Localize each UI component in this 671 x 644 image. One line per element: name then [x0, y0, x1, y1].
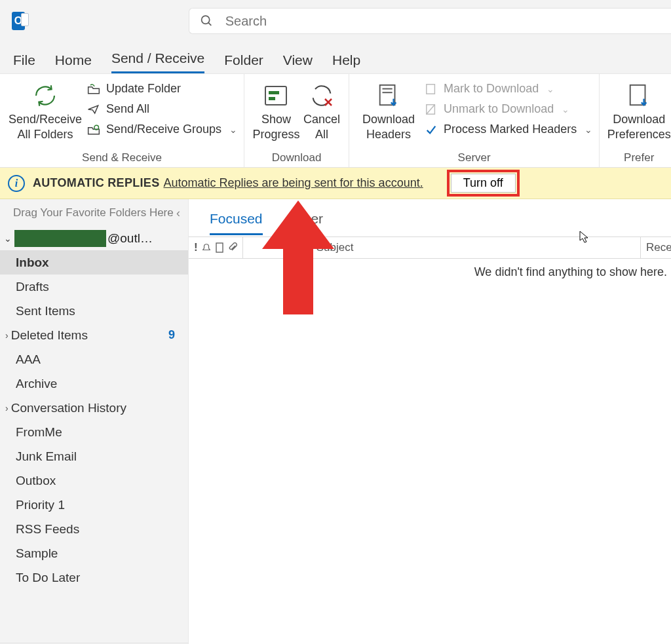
- info-icon: i: [8, 175, 25, 192]
- group-label-download: Download: [251, 150, 342, 164]
- list-tab-focused[interactable]: Focused: [210, 211, 263, 235]
- tab-folder[interactable]: Folder: [224, 52, 263, 73]
- folder-label: Drafts: [16, 280, 49, 294]
- group-label-send-receive: Send & Receive: [7, 150, 237, 164]
- group-label-preferences: Prefer: [606, 150, 671, 164]
- folder-priority-1[interactable]: Priority 1: [0, 493, 188, 517]
- cancel-sync-icon: [309, 83, 335, 109]
- folder-junk-email[interactable]: Junk Email: [0, 444, 188, 468]
- chevron-right-icon: ›: [5, 330, 9, 341]
- progress-icon: [263, 84, 289, 107]
- refresh-folder-icon: [87, 83, 100, 95]
- tab-file[interactable]: File: [13, 52, 35, 73]
- list-tab-other[interactable]: Other: [289, 211, 324, 235]
- folder-fromme[interactable]: FromMe: [0, 420, 188, 444]
- svg-point-0: [202, 16, 210, 24]
- download-headers-button[interactable]: Download Headers: [356, 78, 421, 142]
- folder-label: Archive: [16, 377, 57, 391]
- group-label-server: Server: [356, 150, 592, 164]
- mark-to-download-button: Mark to Download⌄: [424, 82, 592, 96]
- folder-rss-feeds[interactable]: RSS Feeds: [0, 517, 188, 541]
- received-column-header[interactable]: Receiv: [641, 237, 671, 258]
- tab-send-receive[interactable]: Send / Receive: [111, 50, 204, 73]
- unmark-icon: [425, 104, 437, 115]
- importance-column-icon[interactable]: !: [194, 241, 198, 254]
- search-box[interactable]: [189, 8, 671, 34]
- chevron-right-icon: ›: [5, 403, 9, 413]
- subject-column-header[interactable]: Subject: [309, 237, 641, 258]
- svg-line-13: [427, 104, 435, 113]
- folder-sample[interactable]: Sample: [0, 541, 188, 565]
- download-preferences-button[interactable]: Download Preferences: [606, 78, 671, 142]
- folder-count: 9: [168, 328, 175, 342]
- send-all-button[interactable]: Send All: [86, 102, 237, 116]
- search-icon: [200, 14, 214, 28]
- send-receive-all-button[interactable]: Send/Receive All Folders: [7, 78, 84, 142]
- checkmark-icon: [425, 124, 437, 136]
- download-pref-icon: [626, 83, 651, 109]
- svg-rect-8: [380, 85, 395, 105]
- send-receive-groups-button[interactable]: Send/Receive Groups⌄: [86, 123, 237, 136]
- folder-label: RSS Feeds: [16, 522, 79, 537]
- folder-label: Junk Email: [16, 449, 77, 464]
- folder-label: FromMe: [16, 425, 62, 440]
- svg-rect-3: [265, 86, 286, 105]
- folder-archive[interactable]: Archive: [0, 371, 188, 396]
- folder-drafts[interactable]: Drafts: [0, 275, 188, 299]
- tab-view[interactable]: View: [283, 52, 313, 73]
- show-progress-button[interactable]: Show Progress: [251, 78, 301, 142]
- mark-icon: [425, 83, 437, 95]
- collapse-pane-icon[interactable]: ‹: [176, 206, 180, 220]
- cancel-all-button[interactable]: Cancel All: [301, 78, 342, 142]
- folder-label: AAA: [16, 352, 41, 367]
- svg-rect-4: [269, 91, 279, 94]
- empty-list-message: We didn't find anything to show here.: [189, 259, 671, 279]
- tab-home[interactable]: Home: [55, 52, 92, 73]
- outlook-app-icon: O: [12, 12, 25, 30]
- info-message-link[interactable]: Automatic Replies are being sent for thi…: [163, 176, 423, 190]
- folder-to-do-later[interactable]: To Do Later: [0, 565, 188, 590]
- reminder-column-icon[interactable]: [202, 243, 211, 252]
- folder-label: Priority 1: [16, 498, 65, 512]
- account-header[interactable]: ⌄ @outl…: [0, 227, 188, 250]
- svg-line-1: [208, 23, 211, 26]
- send-icon: [87, 104, 100, 115]
- folder-label: Sample: [16, 546, 58, 561]
- turn-off-button[interactable]: Turn off: [451, 174, 516, 193]
- icon-column-icon[interactable]: [215, 242, 224, 253]
- folder-outbox[interactable]: Outbox: [0, 468, 188, 493]
- chevron-down-icon: ⌄: [585, 124, 592, 135]
- chevron-down-icon: ⌄: [229, 124, 237, 135]
- folder-label: To Do Later: [16, 571, 80, 585]
- title-bar: O: [0, 0, 671, 42]
- tab-help[interactable]: Help: [332, 52, 360, 73]
- svg-rect-25: [216, 243, 223, 252]
- search-input[interactable]: [225, 14, 661, 29]
- account-name-redacted: [14, 230, 106, 247]
- ribbon: Send/Receive All Folders Update Folder S…: [0, 73, 671, 168]
- folder-deleted-items[interactable]: ›Deleted Items9: [0, 323, 188, 347]
- folder-label: Inbox: [16, 256, 49, 270]
- favorites-hint: Drag Your Favorite Folders Here: [13, 206, 174, 219]
- update-folder-button[interactable]: Update Folder: [86, 82, 237, 96]
- attachment-column-icon[interactable]: [228, 242, 237, 253]
- folder-pane: Drag Your Favorite Folders Here ‹ ⌄ @out…: [0, 199, 189, 644]
- folder-label: Sent Items: [16, 304, 75, 318]
- folder-conversation-history[interactable]: ›Conversation History: [0, 396, 188, 420]
- svg-rect-5: [269, 97, 275, 100]
- chevron-down-icon: ⌄: [4, 233, 12, 244]
- turn-off-highlight: Turn off: [447, 170, 520, 197]
- folder-label: Outbox: [16, 474, 56, 488]
- process-marked-headers-button[interactable]: Process Marked Headers⌄: [424, 123, 592, 136]
- sync-icon: [31, 82, 59, 109]
- folder-aaa[interactable]: AAA: [0, 347, 188, 371]
- svg-rect-14: [630, 85, 645, 105]
- message-list-pane: Focused Other ! Subject Receiv We didn't…: [189, 199, 671, 644]
- folder-sent-items[interactable]: Sent Items: [0, 299, 188, 323]
- unmark-to-download-button: Unmark to Download⌄: [424, 102, 592, 116]
- folder-inbox[interactable]: Inbox: [0, 250, 188, 275]
- chevron-down-icon: ⌄: [546, 84, 554, 94]
- chevron-down-icon: ⌄: [562, 104, 569, 115]
- info-title: AUTOMATIC REPLIES: [33, 176, 159, 190]
- folder-label: Conversation History: [11, 401, 126, 415]
